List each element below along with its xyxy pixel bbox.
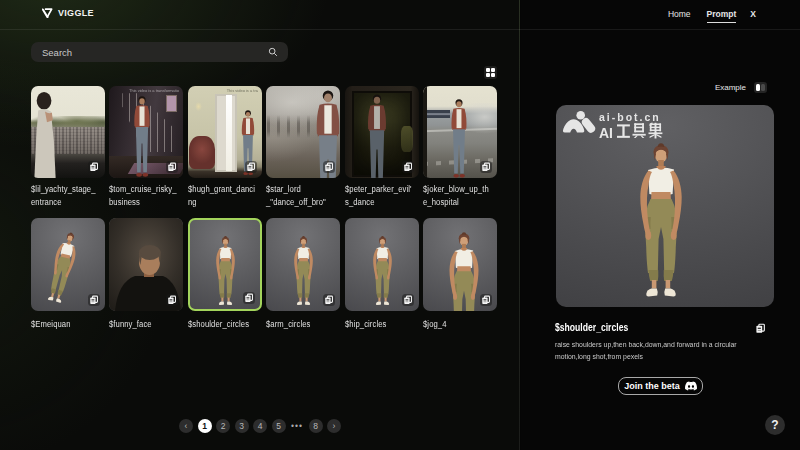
svg-text:ai-bot.cn: ai-bot.cn bbox=[599, 111, 661, 123]
svg-text:AI: AI bbox=[599, 125, 613, 141]
